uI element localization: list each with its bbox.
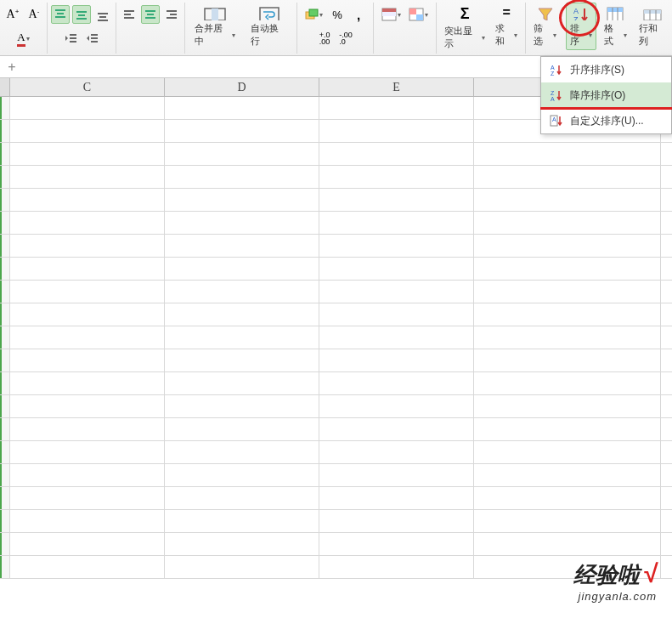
sort-custom-menuitem[interactable]: A 自定义排序(U)... [541, 108, 671, 133]
svg-rect-12 [91, 34, 98, 36]
svg-rect-13 [91, 37, 98, 39]
decrease-indent-button[interactable] [62, 29, 81, 48]
table-row [0, 349, 672, 372]
cell-style-button[interactable]: ▾ [379, 5, 404, 24]
svg-rect-15 [124, 10, 134, 12]
table-row [0, 372, 672, 395]
svg-rect-9 [70, 34, 76, 36]
menu-label: 自定义排序(U)... [570, 114, 644, 128]
add-sheet-button[interactable]: + [5, 60, 19, 74]
svg-rect-4 [78, 14, 85, 16]
svg-rect-2 [55, 16, 65, 18]
sort-asc-menuitem[interactable]: AZ 升序排序(S) [541, 57, 671, 82]
svg-rect-30 [382, 9, 396, 12]
currency-format-button[interactable]: ▾ [302, 5, 325, 24]
table-row [0, 212, 672, 235]
col-header-d[interactable]: D [165, 78, 319, 96]
svg-rect-25 [212, 9, 218, 20]
format-button[interactable]: 格式▾ [600, 3, 630, 50]
wrap-icon [257, 5, 281, 20]
svg-text:A: A [551, 65, 555, 71]
font-color-button[interactable]: A▾ [14, 29, 33, 48]
svg-text:A: A [551, 96, 555, 102]
sigma-icon: Σ [460, 5, 470, 23]
svg-rect-23 [167, 17, 177, 19]
table-row [0, 464, 672, 487]
table-row [0, 441, 672, 464]
sort-icon: A Z [571, 5, 591, 20]
svg-rect-21 [167, 10, 177, 12]
col-header-c[interactable]: C [10, 78, 165, 96]
svg-text:Z: Z [573, 15, 579, 20]
table-row [0, 487, 672, 510]
table-row [0, 281, 672, 303]
svg-rect-17 [124, 17, 134, 19]
svg-rect-26 [260, 8, 279, 20]
currency-icon [305, 8, 319, 21]
wrap-text-button[interactable]: 自动换行 [246, 3, 291, 50]
percent-format-button[interactable]: % [328, 5, 347, 24]
comma-format-button[interactable]: , [349, 5, 368, 24]
filter-button[interactable]: 筛选▾ [529, 3, 560, 50]
svg-text:A: A [573, 7, 579, 15]
table-row [0, 166, 672, 189]
funnel-icon [536, 5, 555, 20]
svg-rect-7 [99, 16, 106, 18]
align-left-button[interactable] [120, 5, 138, 24]
row-col-button[interactable]: 行和列 [635, 3, 670, 50]
table-row [0, 303, 672, 326]
svg-text:Z: Z [551, 71, 555, 77]
check-icon: √ [643, 559, 657, 588]
col-header-e[interactable]: E [319, 78, 474, 96]
svg-rect-0 [55, 9, 65, 11]
grid-rows [0, 97, 672, 579]
decrease-decimal-button[interactable]: -.00.0 [336, 29, 355, 48]
table-row [0, 235, 672, 258]
align-top-button[interactable] [51, 5, 70, 24]
svg-rect-34 [416, 14, 423, 20]
sort-custom-icon: A [550, 114, 563, 128]
svg-rect-38 [607, 8, 623, 12]
sum-button[interactable]: = 求和▾ [491, 3, 522, 50]
table-row [0, 326, 672, 349]
align-center-button[interactable] [141, 5, 160, 24]
highlight-button[interactable]: Σ 突出显示▾ [440, 3, 489, 50]
table-row [0, 418, 672, 441]
increase-decimal-button[interactable]: +.0.00 [315, 29, 334, 48]
ribbon-toolbar: A+ A- A▾ [0, 0, 672, 56]
conditional-format-button[interactable]: ▾ [406, 5, 431, 24]
svg-text:Z: Z [551, 90, 555, 96]
watermark-text: 经验啦 [573, 560, 640, 590]
svg-rect-19 [147, 14, 154, 15]
svg-rect-10 [70, 37, 76, 39]
svg-rect-33 [409, 9, 416, 14]
table-row [0, 189, 672, 212]
watermark-url: jingyanla.com [573, 590, 657, 603]
increase-indent-button[interactable] [83, 29, 102, 48]
align-bottom-button[interactable] [93, 5, 112, 24]
table-row [0, 556, 672, 579]
align-right-button[interactable] [162, 5, 181, 24]
sort-asc-icon: AZ [550, 63, 563, 77]
table-row [0, 395, 672, 418]
svg-rect-6 [98, 13, 108, 14]
svg-rect-14 [91, 41, 98, 43]
menu-label: 降序排序(O) [570, 88, 625, 103]
sort-desc-menuitem[interactable]: ZA 降序排序(O) [541, 82, 671, 108]
sort-desc-icon: ZA [550, 88, 563, 102]
menu-label: 升序排序(S) [570, 63, 624, 77]
increase-font-button[interactable]: A+ [3, 5, 22, 24]
svg-rect-1 [57, 13, 64, 14]
align-middle-button[interactable] [72, 5, 91, 24]
rowcol-icon [642, 5, 663, 20]
merge-center-button[interactable]: 合并居中▾ [190, 3, 240, 50]
col-header-stub[interactable] [0, 78, 10, 96]
spreadsheet-grid: C D E [0, 78, 672, 605]
svg-rect-42 [644, 10, 661, 14]
table-row [0, 143, 672, 166]
svg-rect-11 [70, 41, 76, 43]
sort-button[interactable]: A Z 排序▾ [566, 3, 596, 50]
decrease-font-button[interactable]: A- [25, 5, 43, 24]
table-row [0, 510, 672, 533]
format-icon [605, 5, 625, 20]
